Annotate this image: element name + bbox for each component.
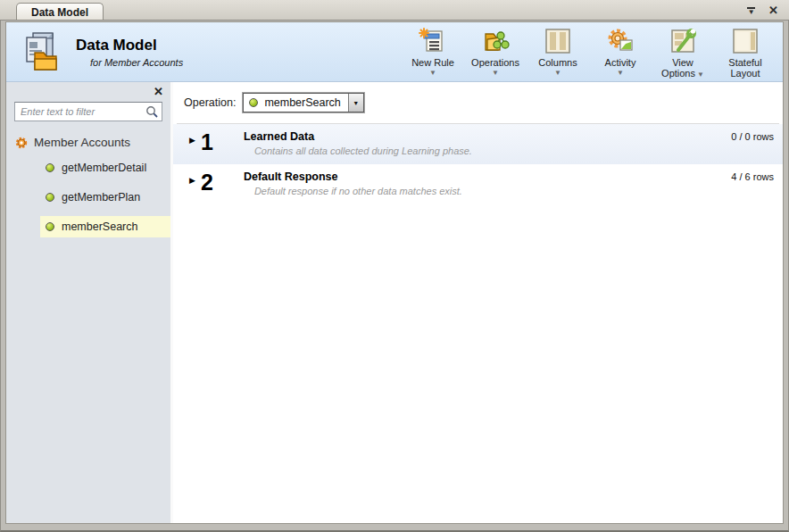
tree-item-getmemberdetail[interactable]: getMemberDetail [40, 157, 170, 179]
toolbar: New Rule ▼ [404, 23, 783, 80]
status-dot-icon [46, 163, 54, 172]
section-number: 2 [201, 170, 228, 194]
main-panel: Operation: memberSearch ▼ ▶ 1 [173, 82, 783, 523]
section-number: 1 [201, 130, 228, 154]
activity-dropdown-arrow[interactable]: ▼ [617, 70, 624, 77]
operations-dropdown-arrow[interactable]: ▼ [492, 70, 499, 77]
window-tab-label: Data Model [31, 6, 88, 19]
view-options-button[interactable]: View Options▼ [654, 27, 711, 80]
operation-label: Operation: [184, 96, 236, 109]
operation-selected-value: memberSearch [258, 96, 347, 109]
tree-item-label: getMemberPlan [62, 191, 140, 204]
section-description: Contains all data collected during Learn… [254, 145, 472, 156]
collapse-icon[interactable]: ▼ [746, 7, 756, 15]
page-subtitle: for Member Accounts [90, 57, 183, 68]
activity-label: Activity [605, 57, 636, 68]
columns-icon [544, 27, 572, 55]
section-description: Default response if no other data matche… [254, 186, 462, 196]
tree-root-label: Member Accounts [34, 136, 130, 149]
tree-root-member-accounts[interactable]: Member Accounts [6, 136, 170, 149]
operations-icon [481, 27, 510, 55]
tree-item-membersearch[interactable]: memberSearch [40, 216, 170, 237]
status-dot-icon [46, 193, 54, 202]
window-controls: ▼ ✕ [746, 5, 789, 20]
section-title: Default Response [244, 170, 462, 183]
close-icon[interactable]: ✕ [768, 5, 778, 16]
view-options-dropdown-arrow[interactable]: ▼ [697, 71, 704, 79]
window-tab-strip: Data Model ▼ ✕ [0, 0, 789, 20]
page-title: Data Model [76, 37, 183, 54]
new-rule-label: New Rule [411, 57, 454, 68]
section-default-response[interactable]: ▶ 2 Default Response Default response if… [173, 164, 783, 204]
expander-icon[interactable]: ▶ [189, 130, 195, 150]
stateful-layout-icon [731, 27, 760, 55]
status-dot-icon [46, 222, 54, 231]
new-rule-button[interactable]: New Rule ▼ [404, 27, 461, 77]
section-row-count: 0 / 0 rows [731, 130, 774, 142]
stateful-layout-button[interactable]: Stateful Layout [717, 27, 774, 79]
tree-item-getmemberplan[interactable]: getMemberPlan [40, 187, 170, 208]
expander-icon[interactable]: ▶ [189, 170, 195, 190]
activity-icon [606, 27, 635, 55]
section-row-count: 4 / 6 rows [731, 170, 774, 182]
sidebar-close-icon[interactable]: ✕ [154, 87, 163, 97]
application-window: Data Model ▼ ✕ [0, 0, 789, 532]
window-frame: Data Model for Member Accounts [0, 20, 789, 532]
status-dot-icon [249, 98, 258, 107]
new-rule-dropdown-arrow[interactable]: ▼ [429, 70, 436, 77]
page-header: Data Model for Member Accounts [6, 22, 783, 82]
tree-item-label: getMemberDetail [62, 162, 146, 174]
gear-icon [15, 137, 28, 149]
operations-tree: Member Accounts getMemberDetail getMembe… [6, 136, 170, 237]
activity-button[interactable]: Activity ▼ [592, 27, 649, 77]
section-learned-data[interactable]: ▶ 1 Learned Data Contains all data colle… [173, 124, 783, 164]
operation-select[interactable]: memberSearch ▼ [243, 93, 363, 112]
view-options-label: View Options▼ [655, 57, 710, 80]
stateful-layout-label: Stateful Layout [718, 57, 773, 79]
chevron-down-icon: ▼ [353, 100, 359, 106]
columns-button[interactable]: Columns ▼ [529, 27, 586, 77]
data-model-icon [19, 29, 65, 74]
sidebar: ✕ [6, 82, 173, 523]
columns-dropdown-arrow[interactable]: ▼ [554, 70, 561, 77]
new-rule-icon [419, 27, 447, 55]
columns-label: Columns [538, 57, 577, 68]
filter-input[interactable] [14, 102, 162, 121]
tree-item-label: memberSearch [62, 220, 137, 233]
window-tab-data-model[interactable]: Data Model [16, 3, 104, 21]
operations-label: Operations [471, 57, 519, 68]
operations-button[interactable]: Operations ▼ [467, 27, 524, 77]
section-title: Learned Data [244, 130, 472, 143]
operation-dropdown-button[interactable]: ▼ [348, 94, 363, 112]
search-icon [145, 105, 158, 118]
view-options-icon [669, 27, 697, 55]
